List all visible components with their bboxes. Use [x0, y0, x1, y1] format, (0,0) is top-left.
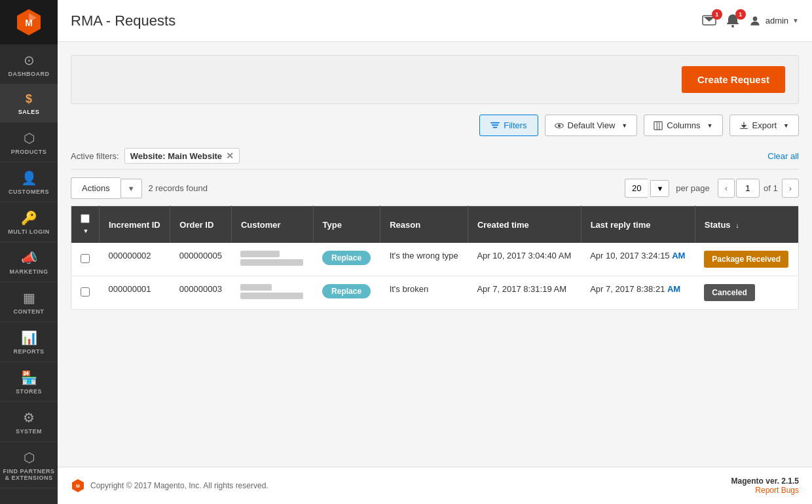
header-bar: Create Request [71, 55, 799, 104]
col-order-id-label: Order ID [179, 220, 213, 230]
actions-row: Actions ▼ 2 records found 20 ▼ per page … [71, 177, 799, 199]
status-badge[interactable]: Canceled [704, 284, 754, 301]
page-number-input[interactable] [736, 179, 760, 198]
export-button[interactable]: Export [729, 115, 800, 136]
col-customer-label: Customer [241, 220, 281, 230]
prev-page-button[interactable]: ‹ [718, 179, 735, 198]
filters-button[interactable]: Filters [479, 115, 538, 136]
content-area: Create Request Filters Default View [58, 42, 812, 467]
sidebar-item-marketing[interactable]: 📣 MARKETING [0, 242, 58, 282]
table-row: 000000002000000005ReplaceIt's the wrong … [71, 243, 799, 276]
admin-label: admin [766, 16, 788, 26]
cell-increment-id: 000000002 [100, 243, 170, 276]
filter-tag-label: Website: Main Website [130, 151, 222, 161]
cell-last-reply-time: Apr 10, 2017 3:24:15 AM [581, 243, 695, 276]
view-chevron-icon [619, 122, 627, 129]
pagination: 20 ▼ per page ‹ of 1 › [625, 179, 799, 198]
row-checkbox-cell [71, 276, 100, 310]
sidebar-item-products[interactable]: ⬡ PRODUCTS [0, 122, 58, 162]
clear-all-link[interactable]: Clear all [767, 151, 799, 161]
sidebar-item-customers[interactable]: 👤 CUSTOMERS [0, 162, 58, 202]
sidebar-item-dashboard[interactable]: ⊙ DASHBOARD [0, 45, 58, 84]
footer-version-number: ver. 2.1.5 [766, 477, 799, 486]
filter-tag-website: Website: Main Website ✕ [124, 148, 240, 164]
cell-increment-id: 000000001 [100, 276, 170, 310]
sidebar: M ⊙ DASHBOARD $ SALES ⬡ PRODUCTS 👤 CUSTO… [0, 0, 58, 504]
toolbar-row: Filters Default View Columns [71, 115, 799, 136]
sidebar-item-reports[interactable]: 📊 REPORTS [0, 322, 58, 362]
sidebar-item-multilogin[interactable]: 🔑 MULTI LOGIN [0, 202, 58, 242]
report-bugs-link[interactable]: Report Bugs [731, 486, 799, 495]
records-count: 2 records found [149, 183, 208, 193]
select-all-checkbox[interactable] [81, 214, 90, 223]
multilogin-icon: 🔑 [21, 210, 37, 226]
table-row: 000000001000000003ReplaceIt's brokenApr … [71, 276, 799, 310]
admin-user-button[interactable]: admin ▼ [748, 14, 799, 27]
actions-dropdown-arrow[interactable]: ▼ [120, 179, 142, 198]
notifications-badge: 1 [735, 9, 746, 20]
footer-right: Magento ver. 2.1.5 Report Bugs [731, 477, 799, 495]
of-pages-label: of 1 [764, 183, 778, 193]
logo[interactable]: M [0, 0, 58, 45]
cell-reason: It's the wrong type [380, 243, 468, 276]
cell-status: Canceled [695, 276, 798, 310]
sidebar-item-stores[interactable]: 🏪 STORES [0, 362, 58, 402]
svg-point-8 [557, 124, 560, 126]
status-badge[interactable]: Package Received [704, 251, 788, 268]
filter-remove-button[interactable]: ✕ [226, 151, 234, 161]
create-request-button[interactable]: Create Request [682, 66, 785, 93]
svg-point-6 [752, 16, 757, 21]
sidebar-item-sales[interactable]: $ SALES [0, 84, 58, 122]
svg-rect-9 [654, 121, 662, 129]
table-header-row: ▼ Increment ID Order ID Customer Type [71, 206, 799, 243]
svg-text:M: M [76, 484, 80, 488]
export-label: Export [752, 120, 777, 130]
header-sort-arrow: ▼ [83, 228, 89, 234]
default-view-button[interactable]: Default View [545, 115, 638, 136]
columns-button[interactable]: Columns [644, 115, 722, 136]
cell-type: Replace [313, 243, 380, 276]
cell-customer [231, 276, 313, 310]
marketing-icon: 📣 [21, 250, 37, 266]
col-created-time: Created time [468, 206, 581, 243]
sidebar-item-label: REPORTS [13, 348, 44, 355]
col-increment-id: Increment ID [100, 206, 170, 243]
cell-order-id: 000000003 [170, 276, 232, 310]
col-reason: Reason [380, 206, 468, 243]
view-label: Default View [568, 120, 616, 130]
footer-magento-logo: M [71, 478, 85, 493]
sidebar-item-content[interactable]: ▦ CONTENT [0, 282, 58, 322]
eye-icon [555, 121, 564, 130]
sidebar-item-label: MULTI LOGIN [8, 228, 49, 235]
col-type: Type [313, 206, 380, 243]
cell-created-time: Apr 10, 2017 3:04:40 AM [468, 243, 581, 276]
per-page-value[interactable]: 20 [625, 179, 648, 198]
cell-last-reply-time: Apr 7, 2017 8:38:21 AM [581, 276, 695, 310]
actions-select-wrapper: Actions ▼ [71, 177, 142, 199]
col-reason-label: Reason [390, 220, 420, 230]
per-page-arrow[interactable]: ▼ [650, 180, 669, 197]
admin-chevron-icon: ▼ [792, 17, 799, 24]
export-icon [739, 121, 748, 130]
col-status-label: Status [705, 220, 731, 230]
row-checkbox[interactable] [81, 287, 90, 297]
reports-icon: 📊 [21, 330, 37, 346]
next-page-button[interactable]: › [782, 179, 799, 198]
actions-button[interactable]: Actions [71, 177, 120, 199]
sidebar-item-system[interactable]: ⚙ SYSTEM [0, 402, 58, 442]
findpartners-icon: ⬡ [24, 450, 35, 465]
row-checkbox[interactable] [81, 254, 90, 263]
admin-avatar-icon [748, 14, 762, 27]
sidebar-item-findpartners[interactable]: ⬡ FIND PARTNERS & EXTENSIONS [0, 442, 58, 488]
col-type-label: Type [323, 220, 342, 230]
sidebar-item-label: DASHBOARD [9, 71, 50, 77]
notifications-button[interactable]: 1 [725, 13, 741, 29]
footer-logo: M Copyright © 2017 Magento, Inc. All rig… [71, 478, 268, 493]
rma-requests-table: ▼ Increment ID Order ID Customer Type [71, 206, 799, 310]
svg-point-5 [731, 25, 734, 27]
footer-version: Magento ver. 2.1.5 [731, 477, 799, 486]
topbar: RMA - Requests 1 1 [58, 0, 812, 42]
col-status: Status ↓ [695, 206, 798, 243]
messages-button[interactable]: 1 [701, 13, 717, 29]
page-title: RMA - Requests [71, 12, 175, 29]
